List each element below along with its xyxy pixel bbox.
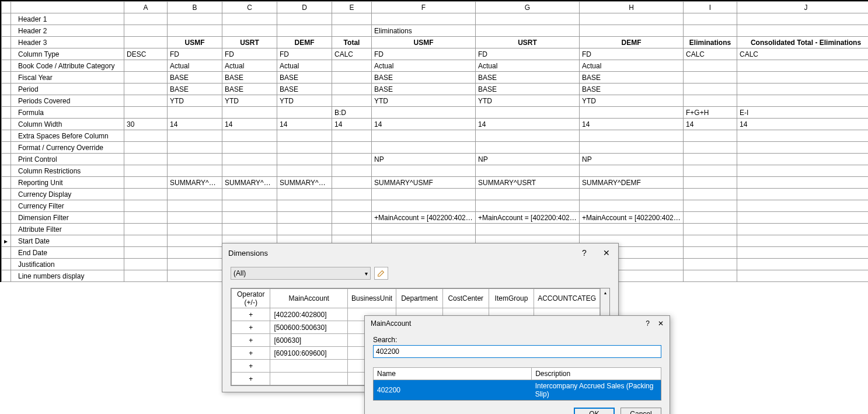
grid-cell[interactable] <box>124 84 168 95</box>
grid-cell[interactable] <box>372 165 476 177</box>
grid-cell[interactable] <box>476 130 580 142</box>
grid-cell[interactable] <box>277 13 332 25</box>
grid-cell[interactable] <box>737 259 869 270</box>
grid-cell[interactable] <box>124 107 168 119</box>
row-label[interactable]: Periods Covered <box>11 95 124 107</box>
grid-cell[interactable] <box>222 130 277 142</box>
grid-cell[interactable] <box>277 224 332 235</box>
grid-cell[interactable] <box>684 177 737 189</box>
grid-cell[interactable] <box>332 25 372 37</box>
row-label[interactable]: Book Code / Attribute Category <box>11 60 124 72</box>
grid-cell[interactable] <box>168 270 222 282</box>
grid-cell[interactable] <box>580 25 684 37</box>
grid-cell[interactable] <box>277 154 332 165</box>
grid-cell[interactable] <box>124 259 168 270</box>
grid-cell[interactable] <box>332 13 372 25</box>
grid-cell[interactable]: 14 <box>168 119 222 130</box>
grid-cell[interactable] <box>684 72 737 84</box>
grid-cell[interactable]: +MainAccount = [402200:4028... <box>580 212 684 224</box>
grid-cell[interactable] <box>124 235 168 247</box>
grid-cell[interactable] <box>580 13 684 25</box>
grid-cell[interactable]: NP <box>580 154 684 165</box>
row-indicator[interactable] <box>2 37 11 48</box>
grid-cell[interactable]: 14 <box>580 119 684 130</box>
grid-cell[interactable]: 14 <box>372 119 476 130</box>
close-button[interactable]: ✕ <box>658 319 664 328</box>
grid-cell[interactable]: SUMMARY^USRT <box>476 177 580 189</box>
grid-cell[interactable] <box>168 154 222 165</box>
row-indicator[interactable] <box>2 154 11 165</box>
row-indicator[interactable] <box>2 130 11 142</box>
grid-cell[interactable] <box>277 130 332 142</box>
grid-cell[interactable] <box>277 25 332 37</box>
grid-cell[interactable] <box>684 13 737 25</box>
grid-cell[interactable] <box>124 200 168 212</box>
grid-cell[interactable] <box>737 177 869 189</box>
results-table[interactable]: Name Description 402200 Intercompany Acc… <box>373 367 661 401</box>
dim-column-header[interactable]: ItemGroup <box>489 289 534 308</box>
row-indicator[interactable] <box>2 119 11 130</box>
grid-cell[interactable]: FD <box>222 48 277 60</box>
grid-cell[interactable] <box>124 177 168 189</box>
grid-cell[interactable]: Actual <box>277 60 332 72</box>
grid-cell[interactable]: Actual <box>372 60 476 72</box>
grid-cell[interactable]: YTD <box>476 95 580 107</box>
grid-cell[interactable]: BASE <box>222 72 277 84</box>
grid-cell[interactable] <box>684 25 737 37</box>
grid-cell[interactable] <box>737 235 869 247</box>
grid-cell[interactable] <box>580 142 684 154</box>
row-label[interactable]: Dimension Filter <box>11 212 124 224</box>
column-header[interactable]: J <box>737 2 869 13</box>
grid-cell[interactable] <box>222 189 277 200</box>
grid-cell[interactable] <box>332 165 372 177</box>
grid-cell[interactable] <box>332 130 372 142</box>
dim-operator-cell[interactable]: + <box>232 321 270 334</box>
grid-cell[interactable] <box>684 270 737 282</box>
grid-cell[interactable]: BASE <box>277 84 332 95</box>
grid-cell[interactable] <box>684 165 737 177</box>
close-button[interactable]: ✕ <box>599 247 613 259</box>
grid-cell[interactable] <box>476 107 580 119</box>
grid-cell[interactable] <box>684 200 737 212</box>
column-header[interactable]: B <box>168 2 222 13</box>
row-label[interactable]: Column Width <box>11 119 124 130</box>
grid-cell[interactable]: YTD <box>372 95 476 107</box>
grid-cell[interactable] <box>372 107 476 119</box>
dim-mainaccount-cell[interactable]: [609100:609600] <box>270 347 348 360</box>
grid-cell[interactable] <box>168 224 222 235</box>
grid-cell[interactable] <box>332 154 372 165</box>
grid-cell[interactable]: FD <box>277 48 332 60</box>
row-indicator[interactable] <box>2 13 11 25</box>
dim-column-header[interactable]: BusinessUnit <box>348 289 396 308</box>
row-label[interactable]: Currency Display <box>11 189 124 200</box>
grid-cell[interactable]: CALC <box>684 48 737 60</box>
dim-column-header[interactable]: ACCOUNTCATEG <box>534 289 600 308</box>
grid-cell[interactable]: Eliminations <box>684 37 737 48</box>
scroll-up-icon[interactable]: ▴ <box>601 288 609 297</box>
grid-cell[interactable] <box>168 259 222 270</box>
grid-cell[interactable]: BASE <box>277 72 332 84</box>
grid-cell[interactable]: FD <box>476 48 580 60</box>
grid-cell[interactable] <box>684 130 737 142</box>
grid-cell[interactable]: NP <box>476 154 580 165</box>
grid-cell[interactable] <box>372 200 476 212</box>
grid-cell[interactable] <box>684 154 737 165</box>
grid-cell[interactable] <box>124 72 168 84</box>
grid-cell[interactable] <box>124 247 168 259</box>
grid-cell[interactable]: E-I <box>737 107 869 119</box>
grid-cell[interactable]: Consolidated Total - Eliminations <box>737 37 869 48</box>
column-header[interactable]: D <box>277 2 332 13</box>
grid-cell[interactable] <box>168 235 222 247</box>
grid-cell[interactable] <box>476 189 580 200</box>
grid-cell[interactable] <box>168 212 222 224</box>
dim-mainaccount-cell[interactable]: [600630] <box>270 334 348 347</box>
grid-cell[interactable] <box>737 247 869 259</box>
grid-cell[interactable] <box>124 25 168 37</box>
grid-cell[interactable] <box>332 177 372 189</box>
dim-operator-cell[interactable]: + <box>232 373 270 385</box>
grid-cell[interactable]: Total <box>332 37 372 48</box>
grid-cell[interactable]: 14 <box>737 119 869 130</box>
grid-cell[interactable]: SUMMARY^DEMF <box>277 177 332 189</box>
column-header[interactable]: F <box>372 2 476 13</box>
grid-cell[interactable] <box>277 165 332 177</box>
